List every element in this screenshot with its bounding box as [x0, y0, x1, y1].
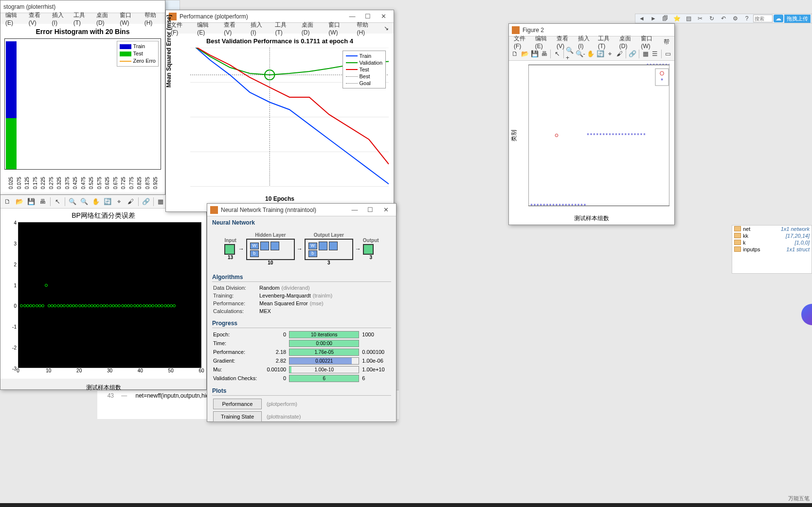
- svg-text:*: *: [549, 202, 552, 207]
- open-icon[interactable]: 📂: [14, 196, 25, 207]
- figure2-ylabel: 类别: [510, 129, 518, 141]
- progress-bar: 1.00e-10: [289, 366, 359, 373]
- nav-fwd-icon[interactable]: ►: [648, 14, 659, 23]
- toolbar-toggle-icon[interactable]: ↘: [381, 24, 392, 33]
- menu-window[interactable]: 窗口(W): [117, 10, 139, 27]
- figure2-xlabel: 测试样本组数: [574, 214, 609, 223]
- brush-icon[interactable]: 🖌: [615, 49, 624, 59]
- minimize-button[interactable]: —: [347, 205, 362, 215]
- upload-button[interactable]: 拖拽上传: [784, 15, 811, 23]
- print-icon[interactable]: 🖶: [540, 49, 548, 59]
- code-text: net=newff(inputn,outputn,hidd: [135, 392, 212, 399]
- nn-output-box: W b: [305, 239, 353, 260]
- matlab-icon: [512, 26, 520, 34]
- histogram-window: stogram (ploterrhist) 编辑(E) 查看(V) 插入(I) …: [0, 0, 165, 194]
- svg-text:*: *: [656, 64, 658, 68]
- figure2-plot: 类别 11.21.4 1.61.82 2.22.42.6 2.83 01020 …: [514, 64, 669, 222]
- svg-text:*: *: [662, 64, 665, 68]
- link-icon[interactable]: 🔗: [141, 196, 151, 207]
- new-icon[interactable]: 🗋: [511, 49, 520, 59]
- menu-insert[interactable]: 插入(I): [49, 10, 69, 27]
- layers-icon[interactable]: ▤: [683, 14, 694, 23]
- menu-desktop[interactable]: 桌面(D): [93, 10, 115, 27]
- datacursor-icon[interactable]: ⌖: [606, 49, 614, 59]
- nn-input-box: [224, 244, 235, 255]
- workspace-row[interactable]: net1x1 network: [732, 226, 812, 232]
- open-icon[interactable]: 📂: [521, 49, 529, 59]
- rotate-icon[interactable]: 🔄: [102, 196, 113, 207]
- nntraintool-window: Neural Network Training (nntraintool) — …: [207, 203, 397, 422]
- close-button[interactable]: ✕: [379, 205, 393, 215]
- matlab-icon: [210, 206, 218, 214]
- zoomin-icon[interactable]: 🔍: [67, 196, 78, 207]
- svg-text:*: *: [562, 202, 564, 207]
- plot-button[interactable]: Training State: [213, 411, 262, 422]
- refresh-icon[interactable]: ↻: [706, 14, 717, 23]
- nn-plots-buttons: Performance(plotperform)Training State(p…: [207, 396, 396, 425]
- progress-bar: 10 iterations: [289, 331, 359, 338]
- svg-text:*: *: [543, 202, 545, 207]
- print-icon[interactable]: 🖶: [37, 196, 48, 207]
- undo-icon[interactable]: ↶: [718, 14, 729, 23]
- menu-view[interactable]: 查看(V): [26, 10, 47, 27]
- var-icon: [734, 233, 741, 238]
- link-icon[interactable]: 🔗: [628, 49, 637, 59]
- svg-text:*: *: [590, 132, 593, 138]
- bp-error-window: 🗋 📂 💾 🖶 ↖ 🔍 🔍 ✋ 🔄 ⌖ 🖌 🔗 ▦ ☰ ▭ ▭ BP网络红酒分类…: [0, 194, 207, 390]
- svg-text:*: *: [606, 132, 608, 138]
- datacursor-icon[interactable]: ⌖: [114, 196, 125, 207]
- plot-button[interactable]: Performance: [213, 399, 262, 409]
- progress-bar: 0.00221: [289, 357, 359, 365]
- performance-chart-title: Best Validation Performance is 0.1711 at…: [171, 37, 389, 45]
- colorbar-icon[interactable]: ▦: [156, 196, 166, 207]
- svg-text:*: *: [618, 132, 621, 138]
- rotate-icon[interactable]: 🔄: [596, 49, 605, 59]
- figure2-title: Figure 2: [523, 27, 671, 34]
- svg-text:*: *: [650, 64, 652, 68]
- new-icon[interactable]: 🗋: [2, 196, 13, 207]
- pointer-icon[interactable]: ↖: [53, 196, 63, 207]
- save-icon[interactable]: 💾: [530, 49, 539, 59]
- settings-icon[interactable]: ⚙: [730, 14, 740, 23]
- maximize-button[interactable]: ☐: [363, 205, 378, 215]
- star-icon[interactable]: ⭐: [671, 14, 682, 23]
- zoomin-icon[interactable]: 🔍+: [566, 49, 575, 59]
- nav-back-icon[interactable]: ◄: [636, 14, 647, 23]
- svg-text:*: *: [602, 132, 605, 138]
- zoomout-icon[interactable]: 🔍-: [576, 49, 585, 59]
- brush-icon[interactable]: 🖌: [126, 196, 136, 207]
- colorbar-icon[interactable]: ▦: [641, 49, 650, 59]
- svg-text:*: *: [661, 77, 664, 84]
- pointer-icon[interactable]: ↖: [553, 49, 561, 59]
- menu-tools[interactable]: 工具(T): [71, 10, 91, 27]
- save-icon[interactable]: 💾: [26, 196, 36, 207]
- search-input[interactable]: [753, 15, 773, 22]
- taskbar: [0, 503, 812, 507]
- doc-icon[interactable]: 🗐: [660, 14, 670, 23]
- svg-text:*: *: [580, 202, 583, 207]
- workspace-row[interactable]: inputps1x1 struct: [732, 246, 812, 253]
- help-icon[interactable]: ?: [741, 14, 752, 23]
- menu-edit[interactable]: 编辑(E): [2, 10, 24, 27]
- workspace-row[interactable]: k[1,0,0]: [732, 239, 812, 246]
- cloud-icon[interactable]: ☁: [774, 15, 783, 22]
- zoomout-icon[interactable]: 🔍: [79, 196, 90, 207]
- svg-text:*: *: [659, 64, 661, 68]
- floating-assist-button[interactable]: [801, 304, 812, 325]
- pan-icon[interactable]: ✋: [90, 196, 101, 207]
- pan-icon[interactable]: ✋: [586, 49, 595, 59]
- hist-bar-train: [6, 41, 17, 118]
- svg-text:*: *: [565, 202, 567, 207]
- layout-icon[interactable]: ▭: [664, 49, 672, 59]
- nn-out-box: [363, 244, 374, 255]
- svg-text:*: *: [546, 202, 548, 207]
- var-icon: [734, 226, 741, 231]
- svg-text:*: *: [596, 132, 599, 138]
- legend-icon[interactable]: ☰: [651, 49, 660, 59]
- bp-ylabel: 分类误差: [0, 268, 1, 291]
- var-icon: [734, 246, 741, 252]
- cut-icon[interactable]: ✂: [695, 14, 705, 23]
- svg-text:*: *: [559, 202, 561, 207]
- menu-help[interactable]: 帮助(H): [142, 10, 163, 27]
- workspace-row[interactable]: kk[17,20,14]: [732, 232, 812, 239]
